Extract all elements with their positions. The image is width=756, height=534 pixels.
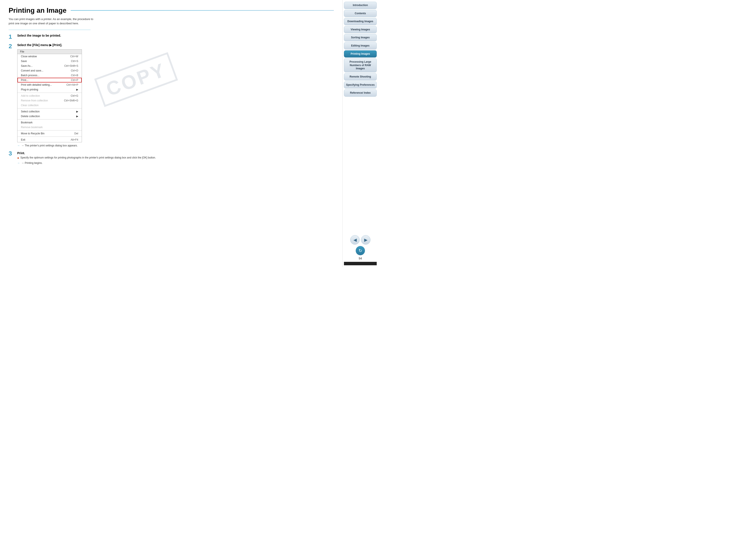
sidebar-nav-btn-6[interactable]: Printing Images <box>344 50 377 58</box>
sidebar-nav-btn-8[interactable]: Remote Shooting <box>344 73 377 81</box>
sidebar-nav-btn-3[interactable]: Viewing Images <box>344 26 377 33</box>
menu-header: File <box>17 49 82 54</box>
nav-bottom: ◀ ▶ ↻ 94 <box>344 235 377 265</box>
main-content: Printing an Image You can print images w… <box>0 0 342 267</box>
menu-item-close[interactable]: Close windowCtrl+W <box>17 54 82 59</box>
sidebar-nav-btn-4[interactable]: Sorting Images <box>344 34 377 41</box>
step-3: 3 Print. ● Specify the optimum settings … <box>9 150 334 165</box>
sidebar-nav-btn-0[interactable]: Introduction <box>344 2 377 9</box>
menu-item-plugin[interactable]: Plug-in printing▶ <box>17 87 82 92</box>
step-3-title: Print. <box>17 151 334 155</box>
sidebar-nav-btn-7[interactable]: Processing Large Numbers of RAW Images <box>344 58 377 72</box>
menu-sep-1 <box>17 92 82 93</box>
menu-item-remove-bookmark[interactable]: Remove bookmark <box>17 125 82 130</box>
sidebar-nav-btn-5[interactable]: Editing Images <box>344 42 377 50</box>
step-1-content: Select the image to be printed. <box>17 34 334 38</box>
home-button[interactable]: ↻ <box>356 246 365 255</box>
menu-item-exit[interactable]: ExitAlt+F4 <box>17 138 82 142</box>
step-3-result: → → Printing begins. <box>17 162 334 165</box>
step-2-content: Select the [File] menu ▶ [Print]. File C… <box>17 43 334 147</box>
menu-item-recycle[interactable]: Move to Recycle BinDel <box>17 131 82 136</box>
step-3-bullet: ● Specify the optimum settings for print… <box>17 156 334 160</box>
step-2: 2 Select the [File] menu ▶ [Print]. File… <box>9 43 334 147</box>
menu-item-select-collection[interactable]: Select collection▶ <box>17 109 82 114</box>
arrow-icon-1: → <box>17 144 20 147</box>
step-3-number: 3 <box>9 150 15 157</box>
nav-arrows: ◀ ▶ <box>350 235 370 244</box>
menu-item-clear-collection[interactable]: Clear collection <box>17 103 82 108</box>
page-number: 94 <box>359 257 362 260</box>
menu-item-delete-collection[interactable]: Delete collection▶ <box>17 114 82 119</box>
title-line <box>71 10 334 11</box>
menu-item-convert[interactable]: Convert and save...Ctrl+D <box>17 68 82 73</box>
sidebar-nav-btn-9[interactable]: Specifying Preferences <box>344 81 377 89</box>
menu-item-save[interactable]: SaveCtrl+S <box>17 59 82 64</box>
next-button[interactable]: ▶ <box>361 235 370 244</box>
sidebar-nav-btn-1[interactable]: Contents <box>344 10 377 17</box>
file-menu: File Close windowCtrl+W SaveCtrl+S Save … <box>17 49 82 142</box>
black-bar <box>344 262 377 265</box>
page-title-area: Printing an Image <box>9 7 334 14</box>
menu-item-batch[interactable]: Batch process...Ctrl+B <box>17 73 82 78</box>
menu-item-print[interactable]: Print...Ctrl+P <box>17 78 82 83</box>
arrow-icon-2: → <box>17 162 20 165</box>
menu-sep-5 <box>17 137 82 137</box>
menu-sep-2 <box>17 108 82 109</box>
menu-item-bookmark[interactable]: Bookmark <box>17 120 82 125</box>
step-2-number: 2 <box>9 43 15 49</box>
step-3-content: Print. ● Specify the optimum settings fo… <box>17 151 334 165</box>
step-1-number: 1 <box>9 34 15 40</box>
nav-buttons-container: IntroductionContentsDownloading ImagesVi… <box>344 2 377 97</box>
step-2-result: → → The printer's print settings dialog … <box>17 144 334 147</box>
menu-sep-4 <box>17 130 82 131</box>
page-title: Printing an Image <box>9 7 67 14</box>
menu-dropdown: Close windowCtrl+W SaveCtrl+S Save As...… <box>17 54 82 142</box>
sidebar: IntroductionContentsDownloading ImagesVi… <box>342 0 378 267</box>
prev-button[interactable]: ◀ <box>350 235 360 244</box>
bullet-icon: ● <box>17 156 19 160</box>
sidebar-nav-btn-10[interactable]: Reference/ Index <box>344 89 377 97</box>
step-2-title: Select the [File] menu ▶ [Print]. <box>17 43 334 47</box>
section-divider <box>9 30 91 30</box>
step-1-title: Select the image to be printed. <box>17 34 334 37</box>
menu-item-save-as[interactable]: Save As...Ctrl+Shift+S <box>17 64 82 68</box>
menu-item-print-detailed[interactable]: Print with detailed setting...Ctrl+Alt+P <box>17 83 82 87</box>
page-description: You can print images with a printer. As … <box>9 17 334 25</box>
menu-item-remove-collection[interactable]: Remove from collectionCtrl+Shift+G <box>17 98 82 103</box>
menu-item-add-collection[interactable]: Add to collectionCtrl+G <box>17 93 82 98</box>
step-1: 1 Select the image to be printed. <box>9 34 334 40</box>
sidebar-nav-btn-2[interactable]: Downloading Images <box>344 18 377 25</box>
